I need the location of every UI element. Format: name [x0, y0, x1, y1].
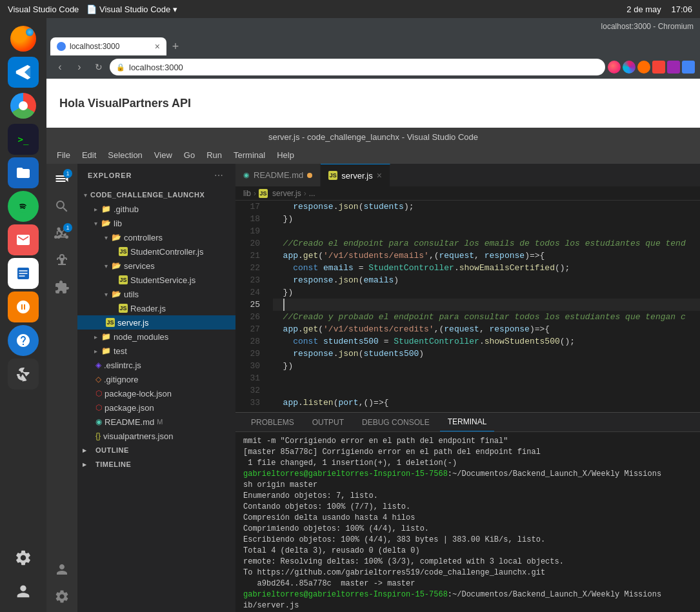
serverjs-tab-icon: JS [328, 171, 337, 180]
outline-section[interactable]: ▸ OUTLINE [77, 443, 235, 457]
dock-music[interactable] [8, 191, 39, 222]
gnome-date: 2 de may [626, 5, 661, 14]
activities-label[interactable]: Visual Studio Code [8, 5, 79, 14]
menu-view[interactable]: View [149, 149, 177, 161]
ext-icon-6[interactable] [682, 61, 695, 74]
serverjs-tab-close[interactable]: × [377, 170, 382, 181]
new-tab-button[interactable]: + [166, 37, 185, 55]
terminal-content[interactable]: mmit -m "Corrigiendo error en el path de… [235, 432, 700, 612]
ext-icon-4[interactable] [652, 61, 665, 74]
dock-libreoffice[interactable] [8, 258, 39, 289]
dock-files[interactable] [8, 157, 39, 188]
tab-terminal[interactable]: TERMINAL [440, 413, 495, 431]
activity-search[interactable] [49, 193, 75, 219]
tree-utils[interactable]: ▾ 📂 utils [77, 287, 235, 301]
code-line-29: response.json(students500) [273, 348, 700, 360]
vscode-app-label[interactable]: 📄 Visual Studio Code ▾ [86, 5, 177, 14]
file-tree: ▾ CODE_CHALLENGE_LAUNCHX ▸ 📁 .github ▾ 📂… [77, 186, 235, 612]
back-button[interactable]: ‹ [52, 59, 68, 75]
readme-tab-label: README.md [254, 170, 303, 180]
menu-edit[interactable]: Edit [77, 149, 101, 161]
sidebar-new-file[interactable]: ⋯ [212, 169, 225, 182]
activity-debug[interactable] [49, 248, 75, 273]
breadcrumb-serverjs[interactable]: server.js [272, 189, 301, 198]
tree-controllers[interactable]: ▾ 📂 controllers [77, 230, 235, 244]
menu-selection[interactable]: Selection [103, 149, 147, 161]
tree-test[interactable]: ▸ 📁 test [77, 344, 235, 358]
ext-icon-1[interactable] [608, 61, 621, 74]
tree-github[interactable]: ▸ 📁 .github [77, 202, 235, 216]
dock-chromium[interactable] [8, 90, 39, 121]
ln-29: 29 [235, 348, 260, 360]
tab-problems[interactable]: PROBLEMS [243, 413, 302, 431]
reload-button[interactable]: ↻ [90, 59, 107, 75]
menu-terminal[interactable]: Terminal [228, 149, 270, 161]
tree-package[interactable]: ⬡ package.json [77, 400, 235, 415]
tree-lib[interactable]: ▾ 📂 lib [77, 216, 235, 230]
readme-modified-dot [307, 173, 312, 178]
tree-package-lock[interactable]: ⬡ package-lock.json [77, 386, 235, 400]
tree-eslint[interactable]: ◈ .eslintrc.js [77, 358, 235, 372]
breadcrumb-lib[interactable]: lib [243, 189, 251, 198]
code-line-18: }) [273, 213, 700, 225]
tab-serverjs[interactable]: JS server.js × [321, 164, 390, 186]
sidebar: EXPLORER ⋯ ▾ CODE_CHALLENGE_LAUNCHX ▸ 📁 … [77, 164, 235, 612]
tab-close-icon[interactable]: × [155, 41, 160, 52]
browser-tab-active[interactable]: localhost:3000 × [50, 37, 166, 55]
term-line-2: [master 85a778c] Corrigiendo error en el… [243, 447, 692, 458]
dock-email[interactable] [8, 224, 39, 255]
activity-extensions[interactable] [49, 275, 75, 301]
dock-vscode[interactable] [8, 57, 39, 88]
activity-settings[interactable] [49, 584, 75, 609]
activity-git[interactable]: 1 [49, 221, 75, 246]
gnome-time: 17:06 [671, 5, 692, 14]
test-folder-icon: 📁 [101, 346, 111, 356]
test-arrow: ▸ [90, 348, 101, 355]
tree-studentcontroller[interactable]: JS StudentController.js [77, 244, 235, 259]
dock-help[interactable] [8, 325, 39, 356]
dock-user[interactable] [8, 576, 39, 607]
dock-settings[interactable] [8, 542, 39, 573]
tree-reader[interactable]: JS Reader.js [77, 301, 235, 315]
tree-visualpartners[interactable]: {} visualpartners.json [77, 429, 235, 443]
serverjs-tab-label: server.js [341, 171, 372, 181]
ln-24: 24 [235, 286, 260, 299]
timeline-section[interactable]: ▸ TIMELINE [77, 457, 235, 471]
menu-help[interactable]: Help [272, 149, 299, 161]
address-bar[interactable]: 🔒 localhost:3000 [110, 59, 605, 75]
tab-debug-console[interactable]: DEBUG CONSOLE [354, 413, 437, 431]
tab-readme[interactable]: ◉ README.md [235, 164, 321, 186]
forward-button[interactable]: › [71, 59, 88, 75]
ext-icon-2[interactable] [623, 61, 635, 74]
ln-26: 26 [235, 311, 260, 323]
menu-go[interactable]: Go [179, 149, 200, 161]
menu-run[interactable]: Run [201, 149, 227, 161]
tree-project-root[interactable]: ▾ CODE_CHALLENGE_LAUNCHX [77, 188, 235, 202]
activity-explorer[interactable]: 1 [49, 166, 75, 192]
nodemodules-arrow: ▸ [90, 333, 101, 341]
tree-services[interactable]: ▾ 📂 services [77, 259, 235, 273]
dock-firefox[interactable] [8, 23, 39, 54]
browser-titlebar: localhost:3000 - Chromium [46, 18, 700, 35]
tree-node-modules[interactable]: ▸ 📁 node_modules [77, 330, 235, 344]
ext-icon-3[interactable] [637, 61, 650, 74]
git-icon: ◇ [95, 375, 101, 384]
tree-gitignore[interactable]: ◇ .gitignore [77, 372, 235, 386]
tab-output[interactable]: OUTPUT [305, 413, 352, 431]
ln-18: 18 [235, 213, 260, 225]
tree-server[interactable]: JS server.js [77, 315, 235, 330]
dock-appcenter[interactable] [8, 291, 39, 322]
tree-readme[interactable]: ◉ README.md M [77, 415, 235, 429]
dock-screenshot[interactable] [8, 359, 39, 390]
activity-accounts[interactable] [49, 557, 75, 582]
code-content: response.json(students); }) //Creado el … [266, 201, 700, 412]
browser-navbar: ‹ › ↻ 🔒 localhost:3000 [46, 55, 700, 79]
dock-terminal[interactable]: >_ [8, 124, 39, 155]
code-editor[interactable]: 17 18 19 20 21 22 23 24 25 26 27 28 [235, 201, 700, 412]
ext-icon-5[interactable] [667, 61, 680, 74]
term-line-11: Total 4 (delta 3), reusado 0 (delta 0) [243, 546, 692, 557]
ln-21: 21 [235, 250, 260, 262]
menu-file[interactable]: File [52, 149, 75, 161]
tree-studentservice[interactable]: JS StudentService.js [77, 273, 235, 287]
sidebar-header: EXPLORER ⋯ [77, 164, 235, 186]
